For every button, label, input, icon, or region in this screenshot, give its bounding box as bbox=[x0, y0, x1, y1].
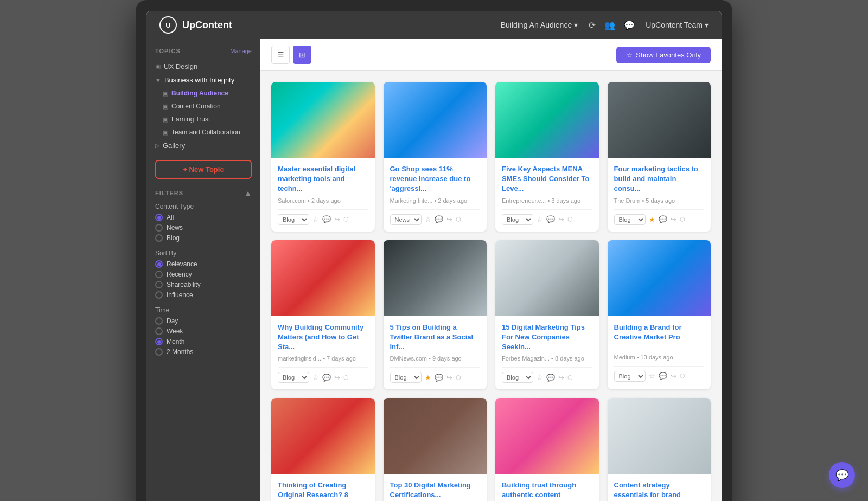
app-name: UpContent bbox=[182, 20, 232, 31]
comment-icon[interactable]: 💬 bbox=[546, 374, 555, 382]
favorite-icon[interactable]: ☆ bbox=[312, 215, 319, 223]
card-type-select[interactable]: Blog Blog News bbox=[278, 214, 309, 225]
sort-shareability[interactable]: Shareability bbox=[155, 281, 252, 288]
new-topic-button[interactable]: + New Topic bbox=[155, 160, 252, 179]
external-link-icon[interactable]: ⬡ bbox=[680, 216, 685, 223]
sort-relevance[interactable]: Relevance bbox=[155, 260, 252, 268]
card-title[interactable]: Building trust through authentic content… bbox=[502, 480, 592, 501]
grid-view-button[interactable]: ⊞ bbox=[293, 46, 311, 64]
external-link-icon[interactable]: ⬡ bbox=[567, 374, 573, 381]
external-link-icon[interactable]: ⬡ bbox=[567, 216, 573, 223]
card-body: Four marketing tactics to build and main… bbox=[608, 158, 711, 232]
card-title[interactable]: Content strategy essentials for brand bu… bbox=[614, 480, 705, 501]
sidebar-item-content-curation[interactable]: ▣ Content Curation bbox=[163, 100, 252, 113]
favorite-icon[interactable]: ☆ bbox=[537, 374, 543, 382]
share-icon[interactable]: ↪ bbox=[334, 215, 340, 223]
time-day[interactable]: Day bbox=[155, 317, 252, 325]
card-item: Top 30 Digital Marketing Certifications.… bbox=[384, 398, 487, 501]
external-link-icon[interactable]: ⬡ bbox=[456, 216, 461, 223]
card-item: 15 Digital Marketing Tips For New Compan… bbox=[495, 240, 599, 390]
share-icon[interactable]: ⟳ bbox=[589, 20, 596, 30]
card-type-select[interactable]: Blog Blog News bbox=[614, 214, 646, 225]
folder-icon: ▣ bbox=[155, 63, 161, 70]
time-label: Time bbox=[155, 306, 252, 314]
manage-link[interactable]: Manage bbox=[230, 48, 252, 54]
team-selector[interactable]: UpContent Team ▾ bbox=[646, 21, 709, 29]
card-title[interactable]: Go Shop sees 11% revenue increase due to… bbox=[390, 164, 481, 194]
card-title[interactable]: Thinking of Creating Original Research? … bbox=[278, 480, 368, 501]
comment-icon[interactable]: 💬 bbox=[435, 374, 443, 382]
list-view-button[interactable]: ☰ bbox=[271, 46, 290, 64]
card-type-select[interactable]: Blog Blog News bbox=[614, 371, 646, 382]
card-type-select[interactable]: Blog Blog News bbox=[502, 372, 533, 383]
card-type-select[interactable]: Blog Blog News bbox=[502, 214, 533, 225]
card-item: Why Building Community Matters (and How … bbox=[271, 240, 375, 390]
show-favorites-button[interactable]: ☆ Show Favorites Only bbox=[616, 47, 711, 63]
comment-icon[interactable]: 💬 bbox=[659, 215, 667, 223]
favorite-icon[interactable]: ☆ bbox=[312, 374, 319, 382]
card-meta: marketinginsid... • 7 days ago bbox=[278, 355, 368, 362]
card-title[interactable]: 5 Tips on Building a Twitter Brand as a … bbox=[390, 323, 481, 352]
card-title[interactable]: Why Building Community Matters (and How … bbox=[278, 323, 368, 352]
view-toggles: ☰ ⊞ bbox=[271, 46, 311, 64]
card-title[interactable]: Five Key Aspects MENA SMEs Should Consid… bbox=[502, 164, 592, 194]
card-title[interactable]: Master essential digital marketing tools… bbox=[278, 164, 368, 194]
favorite-icon[interactable]: ★ bbox=[649, 215, 655, 223]
sidebar-item-gallery[interactable]: ▷ Gallery bbox=[155, 139, 252, 152]
card-title[interactable]: Building a Brand for Creative Market Pro bbox=[614, 323, 705, 351]
sidebar-item-earning-trust[interactable]: ▣ Earning Trust bbox=[163, 113, 252, 126]
time-month[interactable]: Month bbox=[155, 338, 252, 345]
sidebar-item-label: UX Design bbox=[164, 62, 197, 70]
share-icon[interactable]: ↪ bbox=[558, 374, 564, 382]
time-2months[interactable]: 2 Months bbox=[155, 348, 252, 356]
card-type-select[interactable]: Blog Blog News bbox=[390, 372, 422, 383]
sort-recency[interactable]: Recency bbox=[155, 271, 252, 278]
sidebar-item-ux-design[interactable]: ▣ UX Design bbox=[155, 60, 252, 73]
card-type-select[interactable]: Blog Blog News bbox=[278, 372, 309, 383]
filter-blog-label: Blog bbox=[167, 234, 180, 242]
comment-icon[interactable]: 💬 bbox=[435, 215, 443, 223]
favorite-icon[interactable]: ☆ bbox=[649, 372, 655, 380]
sort-shareability-label: Shareability bbox=[167, 281, 201, 288]
app-logo: U UpContent bbox=[159, 16, 232, 34]
filters-collapse-icon[interactable]: ▲ bbox=[244, 189, 252, 197]
radio-month bbox=[155, 338, 163, 345]
share-icon[interactable]: ↪ bbox=[558, 215, 564, 223]
comment-icon[interactable]: 💬 bbox=[546, 215, 555, 223]
comment-icon[interactable]: 💬 bbox=[322, 374, 331, 382]
sidebar-item-team-collaboration[interactable]: ▣ Team and Collaboration bbox=[163, 126, 252, 139]
sidebar-item-building-audience[interactable]: ▣ Building Audience bbox=[163, 87, 252, 100]
card-title[interactable]: Top 30 Digital Marketing Certifications.… bbox=[390, 480, 481, 501]
filter-news[interactable]: News bbox=[155, 224, 252, 232]
comment-icon[interactable]: 💬 bbox=[322, 215, 331, 223]
users-icon[interactable]: 👥 bbox=[604, 20, 615, 30]
topic-selector[interactable]: Building An Audience ▾ bbox=[501, 21, 578, 29]
chat-icon[interactable]: 💬 bbox=[624, 20, 635, 30]
card-meta: Salon.com • 2 days ago bbox=[278, 197, 368, 204]
filter-blog[interactable]: Blog bbox=[155, 234, 252, 242]
content-toolbar: ☰ ⊞ ☆ Show Favorites Only bbox=[260, 39, 722, 71]
card-title[interactable]: Four marketing tactics to build and main… bbox=[614, 164, 705, 194]
external-link-icon[interactable]: ⬡ bbox=[343, 374, 349, 381]
favorite-icon[interactable]: ★ bbox=[425, 374, 431, 382]
share-icon[interactable]: ↪ bbox=[446, 374, 452, 382]
favorite-icon[interactable]: ☆ bbox=[425, 215, 431, 223]
external-link-icon[interactable]: ⬡ bbox=[680, 372, 685, 380]
favorite-icon[interactable]: ☆ bbox=[537, 215, 543, 223]
card-title[interactable]: 15 Digital Marketing Tips For New Compan… bbox=[502, 323, 592, 352]
share-icon[interactable]: ↪ bbox=[671, 372, 676, 380]
share-icon[interactable]: ↪ bbox=[446, 215, 452, 223]
chat-bubble-button[interactable]: 💬 bbox=[829, 462, 855, 488]
logo-icon: U bbox=[159, 16, 177, 34]
comment-icon[interactable]: 💬 bbox=[659, 372, 667, 380]
sidebar-item-label: Content Curation bbox=[171, 102, 221, 110]
share-icon[interactable]: ↪ bbox=[334, 374, 340, 382]
sidebar-item-business-integrity[interactable]: ▼ Business with Integrity bbox=[155, 73, 252, 87]
external-link-icon[interactable]: ⬡ bbox=[343, 216, 349, 223]
card-type-select[interactable]: News Blog News bbox=[390, 214, 422, 225]
sort-influence[interactable]: Influence bbox=[155, 291, 252, 299]
time-week[interactable]: Week bbox=[155, 327, 252, 335]
filter-all[interactable]: All bbox=[155, 214, 252, 221]
external-link-icon[interactable]: ⬡ bbox=[456, 374, 461, 381]
share-icon[interactable]: ↪ bbox=[671, 215, 676, 223]
